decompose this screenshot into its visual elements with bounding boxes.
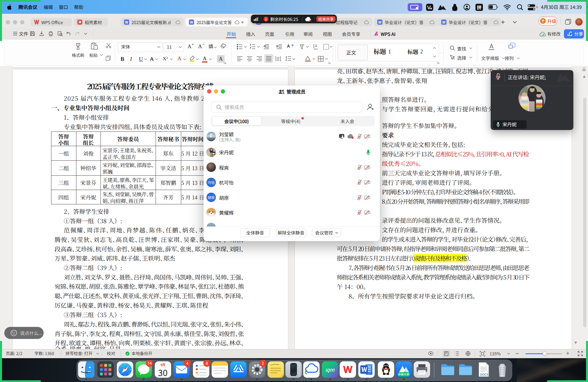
svg-text:DOCX: DOCX	[480, 373, 488, 376]
